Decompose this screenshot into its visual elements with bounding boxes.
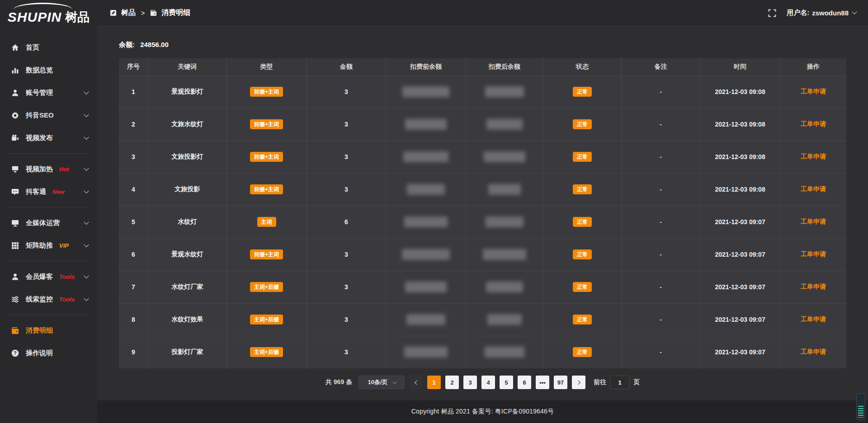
sidebar-item-badge: Tools — [59, 273, 75, 280]
more-pages-button[interactable]: ••• — [536, 376, 549, 389]
sidebar-item-chart[interactable]: 数据总览 — [0, 59, 97, 81]
screen-icon — [11, 165, 19, 173]
column-header-idx: 序号 — [119, 58, 148, 75]
page-button-3[interactable]: 3 — [463, 376, 477, 389]
sidebar-item-home[interactable]: 首页 — [0, 36, 97, 59]
page-size-select[interactable]: 10条/页 — [359, 376, 405, 389]
cell-remark: - — [622, 206, 700, 238]
next-page-button[interactable] — [572, 376, 585, 389]
status-badge: 正常 — [573, 217, 592, 227]
status-badge: 正常 — [573, 249, 592, 259]
cell-status: 正常 — [543, 108, 622, 141]
sidebar-item-label: 账号管理 — [26, 89, 53, 97]
sidebar-item-user[interactable]: 账号管理 — [0, 81, 97, 104]
page-button-2[interactable]: 2 — [445, 376, 459, 389]
redacted-balance — [486, 119, 523, 130]
redacted-balance — [486, 282, 523, 292]
cell-time: 2021-12-03 09:08 — [700, 75, 780, 108]
page-button-5[interactable]: 5 — [500, 376, 513, 389]
user-menu[interactable]: 用户名: zswodun88 — [787, 9, 856, 17]
prev-page-button[interactable] — [409, 376, 423, 389]
status-badge: 正常 — [573, 282, 592, 292]
redacted-balance — [405, 282, 447, 292]
redacted-balance — [404, 347, 448, 357]
pagination-total: 共 969 条 — [326, 378, 352, 386]
sidebar-item-screen[interactable]: 视频加热Hot — [0, 158, 97, 180]
cell-action: 工单申请 — [780, 238, 846, 271]
cell-type: 前缀+主词 — [226, 75, 307, 108]
cell-time: 2021-12-03 09:07 — [700, 238, 780, 271]
work-order-link[interactable]: 工单申请 — [801, 120, 826, 127]
breadcrumb-current-icon — [150, 9, 157, 16]
sidebar-divider — [7, 207, 90, 207]
cell-remark: - — [622, 75, 700, 108]
sidebar-item-monitor[interactable]: 全媒体运营 — [0, 212, 97, 234]
page-button-4[interactable]: 4 — [481, 376, 495, 389]
user-name: zswodun88 — [812, 9, 849, 17]
cell-action: 工单申请 — [780, 75, 846, 108]
balance: 余额: 24856.00 — [119, 41, 846, 49]
cell-pre_balance — [386, 271, 466, 303]
work-order-link[interactable]: 工单申请 — [801, 348, 826, 355]
topbar-right: 用户名: zswodun88 — [768, 9, 856, 18]
sidebar-item-wallet[interactable]: 消费明细 — [0, 319, 97, 342]
cell-keyword: 文旅水纹灯 — [148, 108, 226, 141]
cell-status: 正常 — [543, 206, 622, 238]
sidebar-item-label: 数据总览 — [26, 66, 53, 75]
page-button-97[interactable]: 97 — [554, 376, 567, 389]
cell-post_balance — [466, 173, 543, 206]
sidebar-item-label: 操作说明 — [26, 349, 53, 357]
cell-pre_balance — [386, 303, 466, 336]
work-order-link[interactable]: 工单申请 — [801, 185, 826, 193]
sidebar-item-question[interactable]: ?操作说明 — [0, 342, 97, 364]
sidebar-item-camera[interactable]: 视频发布 — [0, 127, 97, 149]
work-order-link[interactable]: 工单申请 — [801, 250, 826, 258]
floating-widget[interactable] — [856, 393, 865, 420]
breadcrumb-root[interactable]: 树品 — [121, 8, 136, 18]
breadcrumb-current[interactable]: 消费明细 — [161, 8, 190, 18]
cell-idx: 5 — [119, 206, 148, 238]
sidebar: SHUPIN 树品 首页数据总览账号管理抖音SEO视频发布视频加热Hot抖客通N… — [0, 0, 97, 423]
goto-label: 前往 — [594, 378, 606, 386]
breadcrumb-root-icon — [110, 9, 117, 16]
work-order-link[interactable]: 工单申请 — [801, 218, 826, 225]
cell-post_balance — [466, 108, 543, 141]
status-badge: 正常 — [573, 184, 592, 194]
work-order-link[interactable]: 工单申请 — [801, 315, 826, 323]
sidebar-item-label: 会员爆客 — [26, 273, 53, 281]
cell-type: 主词 — [226, 206, 307, 238]
page-button-6[interactable]: 6 — [518, 376, 531, 389]
sidebar-item-filter[interactable]: 线索监控Tools — [0, 288, 97, 310]
remark-value: - — [660, 186, 662, 193]
question-icon: ? — [11, 349, 19, 357]
redacted-balance — [485, 86, 524, 97]
goto-page-input[interactable] — [610, 376, 630, 389]
type-badge: 前缀+主词 — [250, 87, 283, 97]
sidebar-menu: 首页数据总览账号管理抖音SEO视频发布视频加热Hot抖客通New全媒体运营矩阵助… — [0, 30, 97, 423]
sidebar-item-label: 首页 — [26, 43, 39, 52]
redacted-balance — [403, 151, 448, 162]
redacted-balance — [402, 249, 450, 260]
work-order-link[interactable]: 工单申请 — [801, 153, 826, 160]
sidebar-item-gear[interactable]: 抖音SEO — [0, 104, 97, 127]
type-badge: 前缀+主词 — [250, 152, 283, 162]
redacted-balance — [406, 314, 445, 325]
work-order-link[interactable]: 工单申请 — [801, 88, 826, 95]
cell-action: 工单申请 — [780, 336, 846, 368]
sidebar-item-label: 视频发布 — [26, 134, 53, 142]
app-logo: SHUPIN 树品 — [0, 0, 97, 30]
sidebar-item-grid[interactable]: 矩阵助推VIP — [0, 234, 97, 257]
column-header-post_balance: 扣费后余额 — [466, 58, 543, 75]
wallet-icon — [11, 326, 19, 334]
chat-icon — [11, 188, 19, 196]
page-button-1[interactable]: 1 — [427, 376, 441, 389]
sidebar-item-member[interactable]: 会员爆客Tools — [0, 265, 97, 288]
filter-icon — [11, 295, 19, 303]
cell-post_balance — [466, 206, 543, 238]
work-order-link[interactable]: 工单申请 — [801, 283, 826, 290]
fullscreen-icon[interactable] — [768, 9, 777, 18]
cell-pre_balance — [386, 206, 466, 238]
sidebar-item-chat[interactable]: 抖客通New — [0, 180, 97, 203]
sidebar-item-label: 矩阵助推 — [26, 241, 53, 250]
column-header-type: 类型 — [226, 58, 307, 75]
